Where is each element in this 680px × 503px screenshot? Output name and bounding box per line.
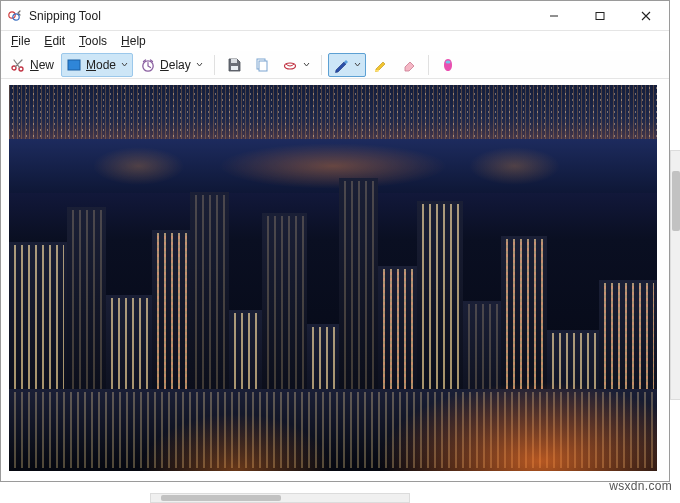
pen-button[interactable] xyxy=(328,53,366,77)
chevron-down-icon xyxy=(121,57,128,73)
separator xyxy=(214,55,215,75)
maximize-button[interactable] xyxy=(577,1,623,30)
eraser-button[interactable] xyxy=(396,53,422,77)
envelope-icon xyxy=(282,57,298,73)
paint3d-icon xyxy=(440,57,456,73)
delay-button[interactable]: Delay xyxy=(135,53,208,77)
scissors-icon xyxy=(10,57,26,73)
watermark: wsxdn.com xyxy=(609,479,672,493)
highlighter-icon xyxy=(373,57,389,73)
svg-rect-10 xyxy=(259,61,267,71)
mode-label: Mode xyxy=(86,58,116,72)
svg-rect-5 xyxy=(68,60,80,70)
menu-file[interactable]: File xyxy=(5,32,36,50)
minimize-button[interactable] xyxy=(531,1,577,30)
scrollbar-thumb[interactable] xyxy=(161,495,281,501)
toolbar: New Mode xyxy=(1,51,669,79)
canvas-area xyxy=(1,79,669,481)
window-controls xyxy=(531,1,669,30)
svg-rect-8 xyxy=(231,66,238,70)
clock-icon xyxy=(140,57,156,73)
paint3d-button[interactable] xyxy=(435,53,461,77)
copy-icon xyxy=(254,57,270,73)
horizontal-scrollbar[interactable] xyxy=(150,493,410,503)
svg-point-13 xyxy=(445,60,450,63)
svg-rect-12 xyxy=(375,70,379,72)
window-title: Snipping Tool xyxy=(29,9,531,23)
vertical-scrollbar[interactable] xyxy=(670,150,680,400)
new-label: New xyxy=(30,58,54,72)
separator xyxy=(428,55,429,75)
svg-rect-7 xyxy=(231,59,237,63)
new-button[interactable]: New xyxy=(5,53,59,77)
menu-help[interactable]: Help xyxy=(115,32,152,50)
titlebar: Snipping Tool xyxy=(1,1,669,31)
scrollbar-thumb[interactable] xyxy=(672,171,680,231)
separator xyxy=(321,55,322,75)
svg-rect-2 xyxy=(596,12,604,19)
save-button[interactable] xyxy=(221,53,247,77)
copy-button[interactable] xyxy=(249,53,275,77)
close-button[interactable] xyxy=(623,1,669,30)
chevron-down-icon xyxy=(196,57,203,73)
app-window: Snipping Tool File Edit Tools Help xyxy=(0,0,670,482)
pen-icon xyxy=(333,57,349,73)
menubar: File Edit Tools Help xyxy=(1,31,669,51)
snip-image xyxy=(9,85,657,471)
eraser-icon xyxy=(401,57,417,73)
rectangle-mode-icon xyxy=(66,57,82,73)
mode-button[interactable]: Mode xyxy=(61,53,133,77)
send-button[interactable] xyxy=(277,53,315,77)
menu-tools[interactable]: Tools xyxy=(73,32,113,50)
menu-edit[interactable]: Edit xyxy=(38,32,71,50)
chevron-down-icon xyxy=(303,57,310,73)
delay-label: Delay xyxy=(160,58,191,72)
save-icon xyxy=(226,57,242,73)
captured-snip[interactable] xyxy=(9,85,657,471)
chevron-down-icon xyxy=(354,57,361,73)
app-icon xyxy=(7,8,23,24)
highlighter-button[interactable] xyxy=(368,53,394,77)
